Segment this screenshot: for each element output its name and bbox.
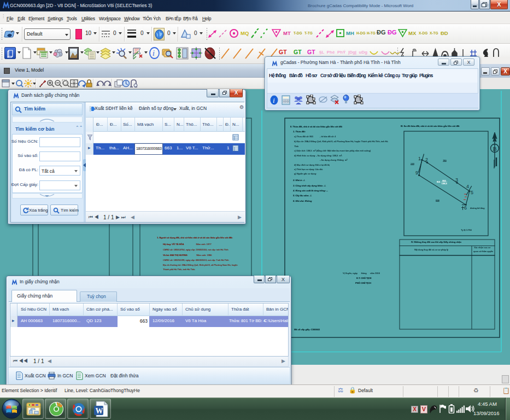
svg-text:i: i [153, 49, 155, 57]
svg-text:B: B [493, 145, 497, 152]
svg-text:i: i [273, 96, 275, 104]
svg-text:W: W [96, 407, 103, 415]
